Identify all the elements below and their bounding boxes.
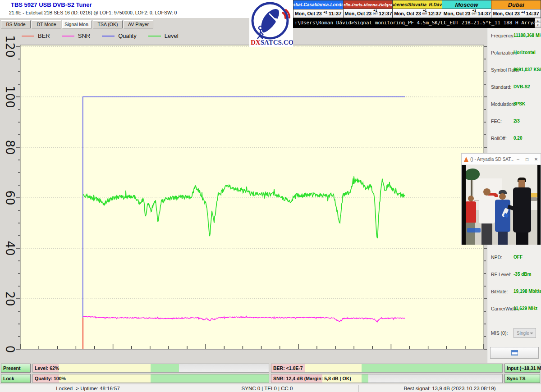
video-frame[interactable]: [462, 165, 541, 245]
param-value: DVB-S2: [513, 84, 530, 89]
snr-bar: SNR: 12,4 dB (Margin: 5,8 dB | OK): [271, 374, 503, 383]
legend-line: [22, 36, 34, 36]
clock-city: Dubai: [491, 0, 541, 9]
tab-signal-mon-[interactable]: Signal Mon.: [62, 20, 92, 28]
clock-value: 11:37: [329, 11, 342, 16]
video-person-head: [483, 188, 491, 196]
tab-dt-mode[interactable]: DT Mode: [32, 20, 61, 28]
console-window[interactable]: :\Users\Roman Dávid>Signal monitoring_PF…: [293, 18, 541, 28]
clock-value: 12:37: [379, 11, 392, 16]
logo-text-rest: SATCS.COM: [261, 39, 293, 46]
window-icon: [511, 350, 518, 356]
scroll-down-icon[interactable]: ▼: [535, 23, 541, 27]
clock-cell: DubaiMon, Oct 23+414:37: [491, 0, 541, 18]
level-bar: Level: 62%: [32, 364, 269, 373]
clock-time: Mon, Oct 23+111:37: [293, 9, 343, 18]
clock-time: Mon, Oct 23+414:37: [491, 9, 541, 18]
param-label: Frequency:: [491, 33, 515, 38]
maximize-icon[interactable]: □: [523, 157, 532, 162]
param-label: FEC:: [491, 119, 502, 124]
legend-item-ber: BER: [22, 32, 50, 39]
param-value: OFF: [513, 255, 523, 260]
chart-region: BERSNRQualityLevel 020406080100120: [0, 29, 487, 363]
legend-line: [148, 36, 161, 36]
legend-item-quality: Quality: [102, 32, 136, 39]
clock-time: Mon, Oct 23+3DST14:37: [442, 9, 491, 18]
app-title: TBS 5927 USB DVB-S2 Tuner: [11, 1, 92, 8]
param-symbol-rate-: Symbol Rate:9691,037 KS/s: [487, 67, 541, 73]
video-person-head: [468, 196, 474, 201]
legend-line: [62, 36, 74, 36]
param-carrierwidth-: CarrierWidth:11,629 MHz: [487, 306, 541, 312]
clock-cell: MoscowMon, Oct 23+3DST14:37: [442, 0, 491, 18]
svg-text:100: 100: [3, 86, 17, 108]
clock-city: Rabat-Casablanca-London: [293, 0, 343, 9]
video-title: () - Arryadia SD SAT...: [470, 157, 513, 162]
tuner-subtitle: 21.6E - Eutelsat 21B SES 16 (ID: 0216) @…: [9, 10, 177, 15]
clock-date: Mon, Oct 23: [295, 11, 322, 16]
clock-time: Mon, Oct 23+1DST12:37: [393, 9, 442, 18]
chart-legend: BERSNRQualityLevel: [22, 32, 179, 39]
world-clocks: Rabat-Casablanca-LondonMon, Oct 23+111:3…: [293, 0, 541, 18]
tab-bs-mode[interactable]: BS Mode: [1, 20, 31, 28]
video-pillarbox: [537, 165, 541, 245]
quality-bar-fill: [33, 374, 269, 383]
clock-offset: +1: [423, 9, 427, 12]
ber-bar: BER: <1.0E-7: [271, 364, 503, 373]
scroll-up-icon[interactable]: ▲: [535, 18, 541, 23]
sync-ts-badge: Sync TS: [504, 374, 540, 383]
video-titlebar[interactable]: () - Arryadia SD SAT... – □ ✕: [462, 154, 541, 165]
param-fec-: FEC:2/3: [487, 119, 541, 125]
clock-offset: +4: [521, 11, 525, 14]
clock-date: Mon, Oct 23: [394, 11, 421, 16]
svg-text:0: 0: [3, 346, 17, 353]
status-bar: Locked -> Uptime: 48:16:57 SYNC 0 | TEI …: [0, 384, 541, 392]
video-player-window[interactable]: () - Arryadia SD SAT... – □ ✕: [461, 153, 541, 245]
mis-value: Single: [517, 331, 529, 336]
legend-label: Quality: [118, 32, 136, 39]
clock-date: Mon, Oct 23: [444, 11, 471, 16]
status-uptime: Locked -> Uptime: 48:16:57: [0, 384, 176, 392]
minimize-icon[interactable]: –: [513, 157, 523, 162]
panel-button[interactable]: [490, 347, 539, 359]
param-bitrate-: BitRate:19,198 Mbit/s: [487, 289, 541, 295]
clock-cell: Lučenec/Slovakia_R.DávidMon, Oct 23+1DST…: [392, 0, 442, 18]
video-person-legs: [498, 232, 508, 245]
mis-label: MIS (0):: [491, 330, 508, 336]
tab-tsa-ok-[interactable]: TSA (OK): [93, 20, 123, 28]
param-rolloff-: RollOff:0.20: [487, 136, 541, 142]
param-value: 0.20: [513, 136, 522, 141]
chevron-down-icon: [530, 333, 533, 334]
param-value: -35 dBm: [513, 272, 531, 277]
param-value: Horizontal: [513, 50, 536, 55]
param-label: Standard:: [491, 84, 512, 90]
console-scrollbar[interactable]: ▲ ▼: [535, 18, 541, 28]
svg-text:60: 60: [3, 190, 17, 205]
close-icon[interactable]: ✕: [532, 157, 541, 162]
signal-chart: 020406080100120: [0, 29, 487, 363]
param-standard-: Standard:DVB-S2: [487, 84, 541, 91]
video-person-head: [499, 193, 506, 200]
clock-city: Moscow: [442, 0, 491, 9]
legend-item-level: Level: [148, 32, 179, 39]
clock-city: Lučenec/Slovakia_R.Dávid: [393, 0, 442, 9]
legend-line: [102, 36, 115, 36]
param-polarization-: Polarization:Horizontal: [487, 50, 541, 56]
clock-date: Mon, Oct 23: [345, 11, 372, 16]
param-value: 19,198 Mbit/s: [513, 289, 541, 294]
param-value: 11188,368 MHz: [513, 33, 541, 38]
mis-dropdown[interactable]: Single: [513, 328, 536, 338]
quality-bar: Quality: 100%: [32, 374, 269, 383]
video-pillarbox: [462, 165, 466, 245]
clock-value: 12:37: [428, 11, 441, 16]
tab-av-player[interactable]: AV Player: [124, 20, 153, 28]
tab-bar: BS ModeDT ModeSignal Mon.TSA (OK)AV Play…: [1, 20, 153, 28]
dxsatcs-logo: DXSATCS.COM: [249, 0, 293, 47]
svg-text:20: 20: [3, 291, 17, 306]
clock-cell: Berlin-Paris-Vienna-BelgradeMon, Oct 23+…: [343, 0, 393, 18]
param-label: BitRate:: [491, 289, 508, 294]
video-person-legs: [466, 223, 475, 245]
legend-label: SNR: [78, 32, 90, 39]
clock-city: Berlin-Paris-Vienna-Belgrade: [344, 0, 393, 9]
video-person-legs: [481, 223, 492, 245]
